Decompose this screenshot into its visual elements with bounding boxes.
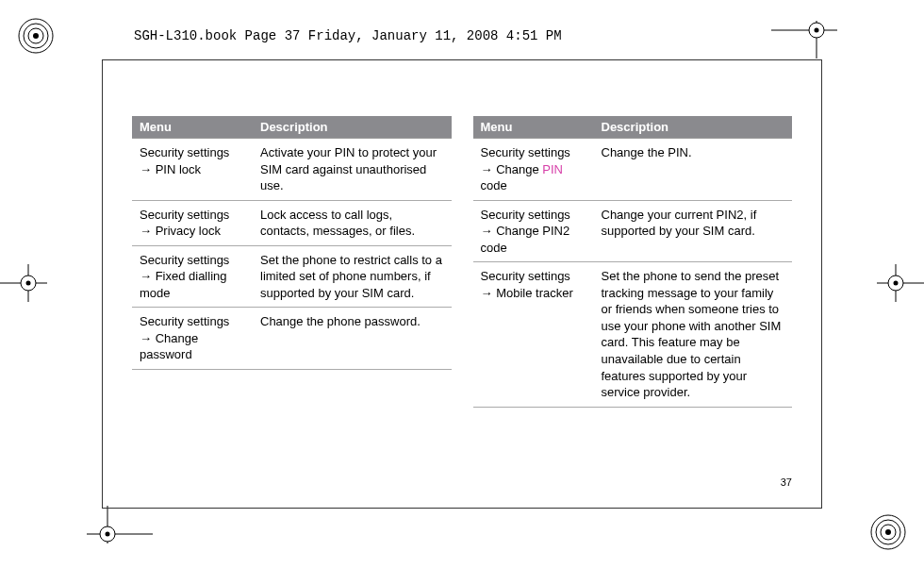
- svg-point-23: [106, 532, 110, 537]
- menu-cell: Security settings → Change password: [132, 308, 253, 370]
- table-row: Security settings → Change password Chan…: [132, 308, 452, 370]
- crop-mark-right: [877, 264, 924, 306]
- menu-cell: Security settings → Privacy lock: [132, 200, 253, 245]
- desc-cell: Lock access to call logs, contacts, mess…: [253, 200, 452, 245]
- left-header-desc: Description: [253, 116, 452, 139]
- svg-point-15: [26, 281, 31, 286]
- svg-point-19: [894, 281, 899, 286]
- table-row: Security settings → Change PIN2 code Cha…: [473, 200, 793, 262]
- crop-mark-top-right: [771, 21, 837, 62]
- right-header-desc: Description: [594, 116, 793, 139]
- crop-mark-left: [0, 264, 47, 306]
- desc-cell: Change the phone password.: [253, 308, 452, 370]
- menu-cell: Security settings → Mobile tracker: [473, 262, 594, 407]
- page-number: 37: [781, 476, 792, 488]
- left-column: Menu Description Security settings → PIN…: [132, 116, 452, 408]
- document-header-path: SGH-L310.book Page 37 Friday, January 11…: [134, 28, 562, 43]
- right-header-menu: Menu: [473, 116, 594, 139]
- table-row: Security settings → PIN lock Activate yo…: [132, 139, 452, 201]
- right-column: Menu Description Security settings → Cha…: [473, 116, 793, 408]
- crop-mark-bottom-left: [87, 506, 153, 547]
- table-row: Security settings → Fixed dialling mode …: [132, 245, 452, 308]
- left-header-menu: Menu: [132, 116, 253, 139]
- left-table: Menu Description Security settings → PIN…: [132, 116, 452, 370]
- desc-cell: Change the PIN.: [594, 139, 793, 201]
- registration-mark-bottom-right: [869, 513, 907, 551]
- menu-cell: Security settings → Fixed dialling mode: [132, 245, 253, 308]
- registration-mark-top-left: [17, 17, 55, 55]
- desc-cell: Change your current PIN2, if supported b…: [594, 200, 793, 262]
- svg-point-7: [885, 529, 891, 535]
- svg-point-11: [815, 28, 819, 33]
- desc-cell: Set the phone to restrict calls to a lim…: [253, 245, 452, 308]
- table-row: Security settings → Change PIN code Chan…: [473, 139, 793, 201]
- table-row: Security settings → Privacy lock Lock ac…: [132, 200, 452, 245]
- svg-point-3: [33, 33, 39, 39]
- menu-cell: Security settings → PIN lock: [132, 139, 253, 201]
- menu-cell: Security settings → Change PIN code: [473, 139, 594, 201]
- right-table: Menu Description Security settings → Cha…: [473, 116, 793, 408]
- table-row: Security settings → Mobile tracker Set t…: [473, 262, 793, 407]
- menu-cell: Security settings → Change PIN2 code: [473, 200, 594, 262]
- content-columns: Menu Description Security settings → PIN…: [132, 116, 792, 408]
- desc-cell: Set the phone to send the preset trackin…: [594, 262, 793, 407]
- desc-cell: Activate your PIN to protect your SIM ca…: [253, 139, 452, 201]
